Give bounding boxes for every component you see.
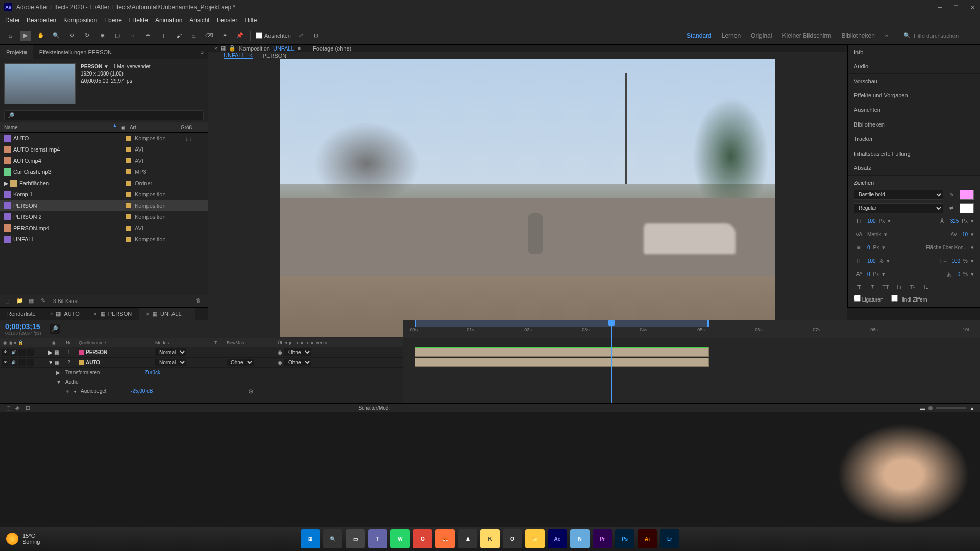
menu-animation[interactable]: Animation: [155, 17, 182, 24]
menu-komposition[interactable]: Komposition: [63, 17, 97, 24]
col-art[interactable]: Art: [130, 122, 181, 132]
new-folder-icon[interactable]: 📁: [16, 297, 24, 306]
interpret-icon[interactable]: ⬚: [4, 297, 12, 306]
taskbar-app[interactable]: 🦊: [435, 529, 455, 548]
align-checkbox[interactable]: Ausrichten: [256, 32, 291, 39]
taskbar-app[interactable]: ♟: [458, 529, 477, 548]
project-item[interactable]: PERSON Komposition: [0, 200, 208, 211]
puppet-tool-icon[interactable]: 📌: [235, 31, 245, 41]
subtab-person[interactable]: PERSON: [263, 53, 286, 59]
project-item[interactable]: ▶Farbflächen Ordner: [0, 178, 208, 189]
tab-unfall[interactable]: × ▦ UNFALL ≡: [139, 308, 195, 320]
project-item[interactable]: AUTO.mp4 AVI: [0, 155, 208, 166]
col-name[interactable]: Name: [0, 122, 122, 132]
workspace-overflow-icon[interactable]: »: [885, 32, 888, 39]
tab-person[interactable]: × ▦ PERSON: [87, 308, 139, 320]
taskbar-app[interactable]: Lr: [660, 529, 679, 548]
tlf-icon1[interactable]: ⬚: [5, 405, 12, 412]
hindi-checkbox[interactable]: Hindi-Ziffern: [891, 295, 927, 303]
taskbar-app[interactable]: N: [570, 529, 590, 548]
stroke-color-swatch[interactable]: [960, 203, 974, 213]
superscript-button[interactable]: T¹: [907, 283, 917, 292]
new-comp-icon[interactable]: ▦: [29, 297, 37, 306]
switch-modi-toggle[interactable]: Schalter/Modi: [358, 405, 389, 411]
panel-effekte[interactable]: Effekte und Vorgaben: [848, 88, 980, 103]
layer1-mode[interactable]: Normal: [155, 348, 186, 356]
panel-menu-icon[interactable]: ≡: [971, 180, 974, 186]
layer1-parent[interactable]: Ohne: [284, 348, 311, 356]
menu-effekte[interactable]: Effekte: [129, 17, 148, 24]
tlf-icon3[interactable]: ⊡: [26, 405, 33, 412]
taskbar-app[interactable]: Ai: [638, 529, 657, 548]
project-thumbnail[interactable]: [4, 63, 76, 104]
project-item[interactable]: PERSON 2 Komposition: [0, 211, 208, 222]
project-item[interactable]: PERSON.mp4 AVI: [0, 222, 208, 234]
selection-tool-icon[interactable]: ▶: [20, 31, 31, 41]
leading-input[interactable]: 325: [950, 218, 959, 224]
roto-tool-icon[interactable]: ✦: [219, 31, 230, 41]
eraser-tool-icon[interactable]: ⌫: [204, 31, 214, 41]
transform-row[interactable]: ▶Transformieren Zurück: [0, 368, 403, 377]
taskbar-app[interactable]: W: [390, 529, 410, 548]
project-item[interactable]: UNFALL Komposition: [0, 234, 208, 245]
tab-auto[interactable]: × ▦ AUTO: [43, 308, 87, 320]
layer2-parent[interactable]: Ohne: [284, 359, 311, 366]
timeline-tracks[interactable]: [403, 338, 980, 403]
snap2-icon[interactable]: ⊡: [311, 31, 322, 41]
project-item[interactable]: Car Crash.mp3 MP3: [0, 166, 208, 178]
tlf-icon2[interactable]: ◈: [15, 405, 22, 412]
italic-button[interactable]: T: [867, 283, 877, 292]
panel-overflow-icon[interactable]: »: [197, 49, 208, 55]
tab-effekteinstellungen[interactable]: Effekteinstellungen PERSON: [33, 45, 118, 59]
comp-tab-header[interactable]: × ▦ 🔒 Komposition UNFALL ≡: [208, 45, 307, 52]
panel-vorschau[interactable]: Vorschau: [848, 74, 980, 88]
workspace-lernen[interactable]: Lernen: [722, 32, 741, 39]
weather-widget[interactable]: 15°C Sonnig: [6, 533, 40, 545]
trash-icon[interactable]: 🗑: [195, 297, 204, 306]
workspace-bibliotheken[interactable]: Bibliotheken: [841, 32, 874, 39]
layer-row-2[interactable]: 👁🔊 ▼ ▦ 2 AUTO Normal Ohne ◎ Ohne: [0, 358, 403, 368]
panel-bibliotheken[interactable]: Bibliotheken: [848, 117, 980, 132]
tsume-input[interactable]: 0: [958, 271, 961, 277]
menu-ansicht[interactable]: Ansicht: [189, 17, 209, 24]
hand-tool-icon[interactable]: ✋: [36, 31, 46, 41]
workspace-standard[interactable]: Standard: [687, 32, 712, 39]
stroke-width-input[interactable]: 0: [867, 245, 870, 251]
bold-button[interactable]: T: [854, 283, 864, 292]
panel-audio[interactable]: Audio: [848, 59, 980, 73]
panel-ausrichten[interactable]: Ausrichten: [848, 103, 980, 117]
layer-row-1[interactable]: 👁🔊 ▶ ▦ 1 PERSON Normal ◎ Ohne: [0, 347, 403, 358]
playhead[interactable]: [611, 320, 612, 338]
project-item[interactable]: Komp 1 Komposition: [0, 189, 208, 200]
panel-inhaltsfuellung[interactable]: Inhaltsbasierte Füllung: [848, 146, 980, 161]
zoom-tool-icon[interactable]: 🔍: [51, 31, 61, 41]
project-item[interactable]: AUTO Komposition ⬚: [0, 133, 208, 144]
close-button[interactable]: ✕: [969, 4, 976, 11]
panel-tracker[interactable]: Tracker: [848, 132, 980, 146]
help-search-input[interactable]: [914, 33, 975, 39]
rotate-tool-icon[interactable]: ↻: [82, 31, 92, 41]
font-style-select[interactable]: Regular: [854, 203, 943, 213]
subscript-button[interactable]: T₁: [920, 283, 930, 292]
project-search-input[interactable]: 🔎: [4, 110, 204, 120]
taskbar-app[interactable]: T: [368, 529, 387, 548]
layer2-mode[interactable]: Normal: [155, 359, 186, 366]
smallcaps-button[interactable]: Tᴛ: [894, 283, 904, 292]
adjust-icon[interactable]: ✎: [41, 297, 49, 306]
taskbar-app[interactable]: 📁: [525, 529, 545, 548]
hscale-input[interactable]: 100: [951, 258, 960, 264]
time-ruler[interactable]: :00s 01s 02s 03s 04s 05s 06s 07s 08s 10f: [403, 320, 980, 338]
audio-row[interactable]: ▼Audio: [0, 377, 403, 386]
eyedropper-icon[interactable]: ✎: [946, 190, 957, 200]
audiopegel-row[interactable]: ⟐⬥ Audiopegel -25,00 dB ◎: [0, 386, 403, 395]
project-item[interactable]: AUTO bremst.mp4 AVI: [0, 144, 208, 155]
workspace-original[interactable]: Original: [751, 32, 772, 39]
text-tool-icon[interactable]: T: [158, 31, 168, 41]
taskbar-app[interactable]: Pr: [593, 529, 612, 548]
orbit-tool-icon[interactable]: ⟲: [66, 31, 77, 41]
maximize-button[interactable]: ☐: [952, 4, 960, 11]
taskbar-app[interactable]: Ps: [615, 529, 634, 548]
tracking-input[interactable]: 10: [962, 232, 968, 237]
tab-projekt[interactable]: Projekt ≡: [0, 45, 33, 59]
snap-icon[interactable]: ⤢: [296, 31, 306, 41]
